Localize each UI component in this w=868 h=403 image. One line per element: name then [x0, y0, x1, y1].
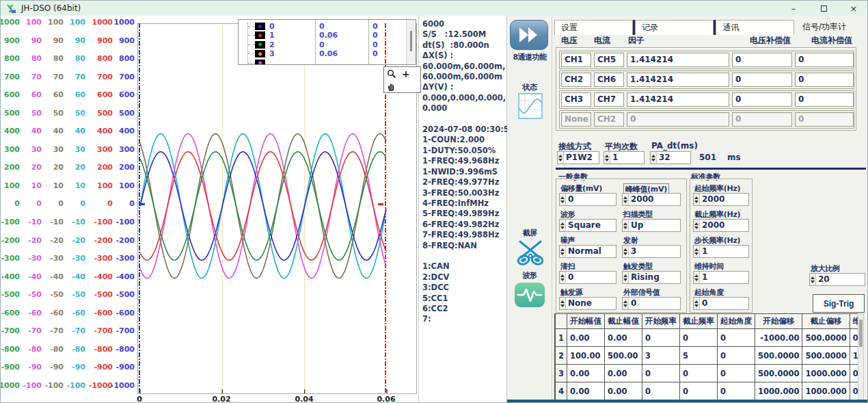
- segment-cell[interactable]: 500.00: [605, 347, 642, 365]
- spinner-arrows[interactable]: [560, 220, 566, 231]
- current-comp-field[interactable]: 0: [795, 53, 854, 67]
- sp-field-3[interactable]: 1: [693, 271, 749, 284]
- segment-row-1[interactable]: 10.000.00000-1000.00500.00000.500: [556, 329, 858, 347]
- legend-row-4[interactable]: ◆: [239, 59, 416, 65]
- segment-cell[interactable]: 500.0000: [802, 329, 850, 347]
- spinner-arrows[interactable]: [694, 272, 700, 283]
- gp-field-4[interactable]: Normal: [559, 245, 616, 258]
- spinner-arrows[interactable]: [560, 298, 566, 309]
- spinner-arrows[interactable]: [623, 272, 629, 283]
- segment-cell[interactable]: 100.00: [567, 347, 605, 365]
- minimize-button[interactable]: –: [778, 1, 809, 16]
- segment-row-2[interactable]: 2100.00500.00350500.0000500.00001.000: [556, 347, 858, 365]
- spinner-arrows[interactable]: [623, 246, 629, 257]
- segment-cell[interactable]: 0.00: [605, 365, 642, 382]
- cursor-right-handle[interactable]: [378, 203, 383, 205]
- spinner-arrows[interactable]: [623, 194, 629, 205]
- voltage-comp-field[interactable]: 0: [732, 112, 792, 127]
- segment-cell[interactable]: 0: [718, 382, 755, 400]
- sp-field-4[interactable]: 0: [693, 297, 749, 310]
- segment-cell[interactable]: 0.200: [850, 382, 858, 400]
- factor-field[interactable]: 1.414214: [627, 53, 729, 67]
- segment-table[interactable]: 开始幅值截止幅值开始频率截止频率起始角度开始偏移截止偏移维持时间10.000.0…: [554, 313, 858, 403]
- legend-scrollbar-thumb[interactable]: [410, 31, 412, 51]
- spinner-arrows[interactable]: [560, 194, 566, 205]
- segment-cell[interactable]: 1000.000: [802, 365, 850, 382]
- gp-field-3[interactable]: Up: [622, 219, 681, 232]
- segment-cell[interactable]: 3: [642, 347, 680, 365]
- segment-cell[interactable]: 1: [556, 329, 567, 347]
- segment-cell[interactable]: 0.00: [605, 329, 642, 347]
- current-channel-field[interactable]: CH7: [594, 92, 624, 107]
- segment-cell[interactable]: 2: [556, 347, 567, 365]
- waveform-button[interactable]: [515, 283, 545, 307]
- segment-cell[interactable]: 0.500: [850, 329, 858, 347]
- segment-cell[interactable]: 0: [718, 329, 755, 347]
- voltage-channel-field[interactable]: None: [561, 112, 591, 127]
- channel-legend[interactable]: ◆ 0 0 0 ◆ 1 0.06 0 ◆ 2 0 0 ◆ 3 0.06 0 ◆: [238, 19, 416, 65]
- legend-row-1[interactable]: ◆ 1 0.06 0: [239, 31, 416, 40]
- segment-cell[interactable]: 0.00: [567, 365, 605, 382]
- waveform-plot[interactable]: [137, 23, 417, 394]
- tab-1[interactable]: 记录: [635, 20, 714, 35]
- segment-cell[interactable]: 500.0000: [755, 365, 802, 382]
- cursor-left-handle[interactable]: [139, 203, 145, 205]
- gp-field-8[interactable]: None: [559, 297, 616, 310]
- gp-field-7[interactable]: Rising: [622, 271, 681, 284]
- spinner-arrows[interactable]: [558, 152, 564, 164]
- segment-table-scrollbar[interactable]: [858, 313, 864, 403]
- segment-row-3[interactable]: 30.000.00000500.00001000.0000.200: [556, 365, 858, 382]
- factor-field[interactable]: 1.414214: [627, 73, 729, 87]
- segment-cell[interactable]: 500.0000: [802, 347, 850, 365]
- zoom-in-tool[interactable]: +: [384, 67, 420, 80]
- segment-cell[interactable]: 0.00: [605, 382, 642, 400]
- gp-field-6[interactable]: 0: [559, 271, 616, 284]
- spinner-arrows[interactable]: [651, 152, 657, 164]
- segment-cell[interactable]: 0: [642, 329, 680, 347]
- segment-cell[interactable]: 1000.000: [802, 382, 850, 400]
- sp-field-1[interactable]: 2000: [693, 219, 749, 232]
- spinner-arrows[interactable]: [604, 152, 610, 164]
- segment-cell[interactable]: 0: [680, 329, 718, 347]
- spinner-arrows[interactable]: [694, 220, 700, 231]
- tab-3[interactable]: 信号/功率计: [794, 20, 868, 35]
- legend-row-2[interactable]: ◆ 2 0 0: [239, 40, 416, 49]
- voltage-channel-field[interactable]: CH3: [561, 92, 591, 107]
- legend-row-0[interactable]: ◆ 0 0 0: [239, 22, 416, 31]
- segment-table-scrollbar-thumb[interactable]: [859, 320, 863, 347]
- tab-0[interactable]: 设置: [554, 20, 633, 35]
- segment-cell[interactable]: 0: [718, 365, 755, 382]
- segment-cell[interactable]: 0.00: [567, 329, 605, 347]
- segment-cell[interactable]: 0: [642, 382, 680, 400]
- segment-row-4[interactable]: 40.000.000001000.0001000.0000.200: [556, 382, 858, 400]
- spinner-arrows[interactable]: [694, 246, 700, 257]
- segment-cell[interactable]: 1000.000: [755, 382, 802, 400]
- factor-field[interactable]: 1.414214: [627, 92, 729, 107]
- segment-cell[interactable]: 3: [556, 365, 567, 382]
- factor-field[interactable]: 0: [627, 112, 729, 127]
- close-button[interactable]: ×: [839, 1, 868, 16]
- spinner-arrows[interactable]: [694, 194, 700, 205]
- gp-field-1[interactable]: 2000: [622, 193, 681, 206]
- gp-field-9[interactable]: 0: [622, 297, 681, 310]
- spinner-arrows[interactable]: [560, 272, 566, 283]
- segment-cell[interactable]: 0: [718, 347, 755, 365]
- legend-scrollbar[interactable]: [406, 20, 416, 64]
- spinner-arrows[interactable]: [810, 274, 816, 285]
- voltage-comp-field[interactable]: 0: [732, 92, 792, 107]
- segment-cell[interactable]: 500.0000: [755, 347, 802, 365]
- voltage-comp-field[interactable]: 0: [732, 73, 792, 87]
- sp-field-2[interactable]: 1: [693, 245, 749, 258]
- current-channel-field[interactable]: CH5: [594, 53, 624, 67]
- segment-cell[interactable]: 0: [680, 382, 718, 400]
- voltage-channel-field[interactable]: CH1: [561, 53, 591, 67]
- spinner-arrows[interactable]: [560, 246, 566, 257]
- segment-cell[interactable]: 0: [642, 365, 680, 382]
- gp-field-0[interactable]: 0: [559, 193, 616, 206]
- spinner-arrows[interactable]: [623, 220, 629, 231]
- spinner-arrows[interactable]: [623, 298, 629, 309]
- spinner-arrows[interactable]: [694, 298, 700, 309]
- current-comp-field[interactable]: 0: [795, 73, 854, 87]
- current-channel-field[interactable]: CH6: [594, 73, 624, 87]
- segment-cell[interactable]: 0: [680, 365, 718, 382]
